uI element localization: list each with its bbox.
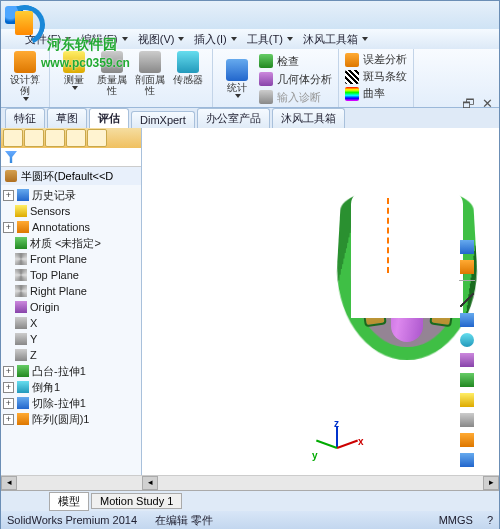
curvature-button[interactable]: 曲率	[345, 85, 407, 102]
import-diagnostics-button[interactable]: 输入诊断	[259, 89, 332, 105]
node-label: Top Plane	[30, 269, 79, 281]
tree-node[interactable]: Origin	[3, 299, 141, 315]
tree-node[interactable]: X	[3, 315, 141, 331]
fm-tab-4[interactable]	[66, 129, 86, 147]
curvature-icon	[345, 87, 359, 101]
rtool-2[interactable]	[460, 260, 474, 274]
fm-tab-1[interactable]	[3, 129, 23, 147]
tree-node[interactable]: 材质 <未指定>	[3, 235, 141, 251]
node-label: Origin	[30, 301, 59, 313]
menu-tools[interactable]: 工具(T)	[247, 32, 293, 47]
expand-icon[interactable]: +	[3, 366, 14, 377]
rect-tool[interactable]	[460, 313, 474, 327]
node-icon	[17, 413, 29, 425]
fm-tab-3[interactable]	[45, 129, 65, 147]
node-icon	[15, 317, 27, 329]
tab-office[interactable]: 办公室产品	[197, 108, 270, 128]
scroll-left-icon[interactable]: ◂	[1, 476, 17, 490]
expand-icon[interactable]: +	[3, 190, 14, 201]
geometry-analysis-button[interactable]: 几何体分析	[259, 71, 332, 87]
command-tabs: 特征 草图 评估 DimXpert 办公室产品 沐风工具箱	[1, 108, 499, 128]
tree-node[interactable]: Front Plane	[3, 251, 141, 267]
tree-node[interactable]: Y	[3, 331, 141, 347]
panel-restore-icon[interactable]: 🗗	[462, 96, 475, 111]
node-label: 材质 <未指定>	[30, 236, 101, 251]
tab-sketch[interactable]: 草图	[47, 108, 87, 128]
node-icon	[15, 301, 27, 313]
tree-node[interactable]: +Annotations	[3, 219, 141, 235]
graphics-viewport[interactable]: z x y ◂ ▸	[142, 128, 499, 490]
expand-icon[interactable]: +	[3, 222, 14, 233]
expand-icon[interactable]: +	[3, 398, 14, 409]
tab-dimxpert[interactable]: DimXpert	[131, 111, 195, 128]
tree-node[interactable]: Right Plane	[3, 283, 141, 299]
design-study-button[interactable]: 设计算例	[7, 51, 43, 101]
scroll-left-icon[interactable]: ◂	[142, 476, 158, 490]
arc-tool[interactable]	[460, 353, 474, 367]
geometry-icon	[259, 72, 273, 86]
node-label: Sensors	[30, 205, 70, 217]
zebra-icon	[345, 70, 359, 84]
expand-icon[interactable]: +	[3, 414, 14, 425]
feature-filter[interactable]	[1, 148, 141, 167]
status-units[interactable]: MMGS	[439, 514, 473, 526]
watermark-url: www.pc0359.cn	[41, 56, 130, 70]
mirror-tool[interactable]	[460, 453, 474, 467]
fm-tab-2[interactable]	[24, 129, 44, 147]
part-icon	[5, 170, 17, 182]
panel-close-icon[interactable]: ✕	[482, 96, 493, 111]
node-label: 倒角1	[32, 380, 60, 395]
tab-mofeng[interactable]: 沐风工具箱	[272, 108, 345, 128]
rtool-1[interactable]	[460, 240, 474, 254]
deviation-analysis-button[interactable]: 误差分析	[345, 51, 407, 68]
tree-node[interactable]: Z	[3, 347, 141, 363]
trim-tool[interactable]	[460, 413, 474, 427]
menu-view[interactable]: 视图(V)	[138, 32, 185, 47]
node-label: X	[30, 317, 37, 329]
status-count[interactable]: ?	[487, 514, 493, 526]
menu-mofeng[interactable]: 沐风工具箱	[303, 32, 368, 47]
tree-node[interactable]: +切除-拉伸1	[3, 395, 141, 411]
spline-tool[interactable]	[460, 373, 474, 387]
node-icon	[15, 349, 27, 361]
tab-features[interactable]: 特征	[5, 108, 45, 128]
chevron-down-icon	[122, 37, 128, 41]
part-root[interactable]: 半圆环 (Default<<D	[1, 167, 141, 185]
tab-evaluate[interactable]: 评估	[89, 108, 129, 128]
chevron-down-icon	[231, 37, 237, 41]
node-icon	[17, 397, 29, 409]
tree-node[interactable]: +凸台-拉伸1	[3, 363, 141, 379]
view-tab-model[interactable]: 模型	[49, 492, 89, 511]
tree-node[interactable]: +阵列(圆周)1	[3, 411, 141, 427]
tree-node[interactable]: +历史记录	[3, 187, 141, 203]
axis-x-label: x	[358, 436, 364, 447]
right-toolbar	[459, 240, 475, 490]
stats-icon	[226, 59, 248, 81]
status-edit-state: 在编辑 零件	[155, 513, 213, 528]
sensor-button[interactable]: 传感器	[170, 51, 206, 85]
offset-tool[interactable]	[460, 433, 474, 447]
node-icon	[15, 269, 27, 281]
tree-node[interactable]: +倒角1	[3, 379, 141, 395]
view-tabs: 模型 Motion Study 1	[1, 490, 499, 511]
point-tool[interactable]	[460, 393, 474, 407]
view-tab-motion[interactable]: Motion Study 1	[91, 493, 182, 509]
feature-manager: 半圆环 (Default<<D +历史记录Sensors+Annotations…	[1, 128, 142, 490]
node-label: 切除-拉伸1	[32, 396, 86, 411]
expand-icon[interactable]: +	[3, 382, 14, 393]
statistics-button[interactable]: 统计	[219, 51, 255, 105]
tree-node[interactable]: Sensors	[3, 203, 141, 219]
zebra-stripes-button[interactable]: 斑马条纹	[345, 68, 407, 85]
fm-tab-5[interactable]	[87, 129, 107, 147]
orientation-triad[interactable]: z x y	[312, 422, 362, 472]
check-button[interactable]: 检查	[259, 53, 332, 69]
design-study-icon	[14, 51, 36, 73]
tree-node[interactable]: Top Plane	[3, 267, 141, 283]
viewport-scrollbar[interactable]: ◂ ▸	[142, 475, 499, 490]
menu-insert[interactable]: 插入(I)	[194, 32, 236, 47]
circle-tool[interactable]	[460, 333, 474, 347]
line-tool[interactable]	[460, 293, 474, 307]
deviation-icon	[345, 53, 359, 67]
section-props-button[interactable]: 剖面属性	[132, 51, 168, 96]
scroll-right-icon[interactable]: ▸	[483, 476, 499, 490]
